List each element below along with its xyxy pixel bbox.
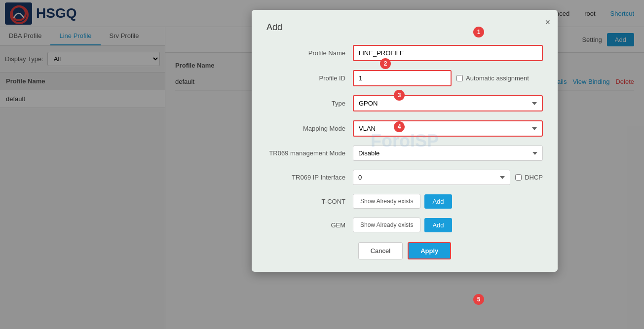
profile-id-label: Profile ID xyxy=(266,74,353,82)
gem-controls: Show Already exists Add xyxy=(353,218,452,232)
apply-button[interactable]: Apply xyxy=(408,242,451,259)
tcont-controls: Show Already exists Add xyxy=(353,194,452,209)
type-select[interactable]: GPON EPON 10GPON xyxy=(353,95,543,111)
tr069-mode-label: TR069 management Mode xyxy=(266,149,353,157)
gem-show-exists-button[interactable]: Show Already exists xyxy=(353,218,420,232)
auto-assign-label: Automatic assignment xyxy=(456,74,529,82)
badge-2: 2 xyxy=(380,58,391,69)
add-modal: Add × ForoISP Profile Name Profile ID Au… xyxy=(165,5,644,329)
modal-box: Add × ForoISP Profile Name Profile ID Au… xyxy=(252,10,558,272)
gem-row: GEM Show Already exists Add xyxy=(266,218,543,232)
gem-label: GEM xyxy=(266,221,353,229)
tcont-show-exists-button[interactable]: Show Already exists xyxy=(353,194,420,209)
profile-name-input[interactable] xyxy=(353,45,543,61)
modal-close-button[interactable]: × xyxy=(545,17,550,28)
badge-5: 5 xyxy=(473,294,484,305)
auto-assign-checkbox[interactable] xyxy=(456,75,463,81)
tcont-label: T-CONT xyxy=(266,198,353,205)
profile-name-row: Profile Name xyxy=(266,45,543,61)
tcont-row: T-CONT Show Already exists Add xyxy=(266,194,543,209)
profile-id-input[interactable] xyxy=(353,70,452,86)
tcont-add-button[interactable]: Add xyxy=(424,194,452,209)
type-label: Type xyxy=(266,100,353,107)
cancel-button[interactable]: Cancel xyxy=(358,242,403,259)
gem-add-button[interactable]: Add xyxy=(424,218,452,232)
badge-4: 4 xyxy=(394,121,405,132)
type-row: Type GPON EPON 10GPON xyxy=(266,95,543,111)
mapping-mode-select[interactable]: VLAN GEM xyxy=(353,120,543,137)
dhcp-checkbox[interactable] xyxy=(515,174,522,181)
profile-id-row: Profile ID Automatic assignment xyxy=(266,70,543,86)
modal-footer: Cancel Apply xyxy=(266,242,543,259)
profile-name-label: Profile Name xyxy=(266,49,353,57)
mapping-mode-label: Mapping Mode xyxy=(266,125,353,132)
badge-1: 1 xyxy=(473,27,484,37)
badge-3: 3 xyxy=(394,90,405,101)
modal-title: Add xyxy=(266,22,543,33)
dhcp-label: DHCP xyxy=(515,174,543,181)
tr069-mode-select[interactable]: Disable Enable xyxy=(353,146,543,161)
mapping-mode-row: Mapping Mode VLAN GEM xyxy=(266,120,543,137)
tr069-ip-row: TR069 IP Interface 0 DHCP xyxy=(266,170,543,185)
tr069-mode-row: TR069 management Mode Disable Enable xyxy=(266,146,543,161)
tr069-ip-select[interactable]: 0 xyxy=(353,170,510,185)
tr069-ip-label: TR069 IP Interface xyxy=(266,174,353,181)
